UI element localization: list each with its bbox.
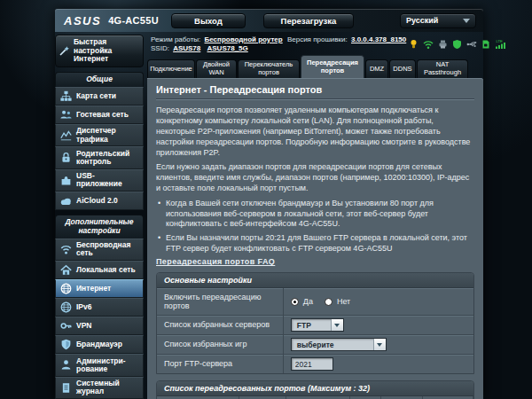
- intro-paragraph-2: Если нужно задать диапазон портов для пе…: [156, 162, 474, 194]
- ssid-link-24[interactable]: ASUS78: [173, 44, 200, 52]
- router-admin-app: ASUS 4G-AC55U Выход Перезагрузка Русский…: [55, 9, 483, 399]
- tab-dmz[interactable]: DMZ: [365, 59, 388, 78]
- lightbulb-icon[interactable]: [409, 39, 419, 50]
- sidebar-item-guest-network[interactable]: Гостевая сеть: [55, 106, 144, 124]
- sidebar-item-label: Родительский контроль: [76, 150, 140, 167]
- sidebar-item-label: VPN: [76, 322, 91, 330]
- sidebar-item-label: Администри- рование: [76, 357, 140, 374]
- sidebar-item-administration[interactable]: Администри- рование: [55, 354, 144, 376]
- person-icon: [60, 359, 72, 371]
- title-divider: [156, 98, 474, 100]
- famous-games-row: Список избранных игр выберите: [157, 335, 473, 355]
- sidebar-item-vpn[interactable]: VPN: [55, 317, 144, 335]
- sidebar-item-lan[interactable]: Локальная сеть: [55, 261, 144, 279]
- ftp-port-input[interactable]: [291, 357, 333, 371]
- sidebar-item-label: USB-приложение: [76, 172, 140, 189]
- shield-icon: [60, 339, 72, 350]
- tab-nat-passthrough[interactable]: NAT Passthrough: [417, 59, 468, 78]
- sidebar-item-ipv6[interactable]: IPv6: [55, 298, 144, 317]
- sidebar-item-traffic-manager[interactable]: Диспетчер трафика: [55, 124, 144, 146]
- radio-yes[interactable]: [291, 298, 299, 306]
- tab-connection[interactable]: Подключение: [147, 59, 195, 78]
- tab-ddns[interactable]: DDNS: [389, 59, 416, 78]
- famous-servers-value: FTP: [292, 319, 331, 331]
- famous-servers-row: Список избранных серверов FTP: [157, 316, 473, 335]
- faq-link[interactable]: Переадресация портов FAQ: [156, 257, 275, 266]
- sim-card-icon[interactable]: [481, 39, 490, 50]
- sidebar-item-label: Беспроводная сеть: [76, 241, 140, 258]
- famous-games-label: Список избранных игр: [157, 335, 284, 354]
- chevron-down-icon: [463, 19, 470, 23]
- chevron-down-icon: [373, 339, 386, 350]
- sidebar-item-usb-application[interactable]: USB-приложение: [55, 169, 144, 192]
- sidebar-item-label: Брандмауэр: [76, 340, 122, 348]
- reboot-button[interactable]: Перезагрузка: [263, 13, 354, 28]
- radio-yes-label[interactable]: Да: [303, 297, 313, 306]
- sidebar-item-system-log[interactable]: Системный журнал: [55, 377, 144, 399]
- guest-network-icon: [60, 109, 72, 121]
- lock-icon: [60, 152, 72, 163]
- status-text: Режим работы: Беспроводной роутер Версия…: [151, 35, 409, 52]
- ssid-link-5g[interactable]: ASUS78_5G: [207, 44, 248, 52]
- famous-servers-label: Список избранных серверов: [157, 316, 284, 334]
- warning-item: Когда в Вашей сети отключен брандмауэр и…: [158, 199, 474, 230]
- sidebar-item-network-map[interactable]: Карта сети: [55, 87, 144, 106]
- sidebar: Быстрая настройка Интернет Общие Карта с…: [55, 32, 144, 399]
- sidebar-item-label: AiCloud 2.0: [76, 197, 118, 205]
- puzzle-icon: [60, 175, 72, 186]
- warning-list: Когда в Вашей сети отключен брандмауэр и…: [158, 199, 474, 254]
- top-bar: ASUS 4G-AC55U Выход Перезагрузка Русский: [55, 9, 483, 32]
- sidebar-group-general: Общие: [55, 72, 144, 87]
- wifi-icon: [60, 244, 72, 255]
- sidebar-group-advanced: Дополнительные настройки: [55, 215, 144, 239]
- tab-dual-wan[interactable]: Двойной WAN: [196, 59, 237, 78]
- sidebar-item-label: Диспетчер трафика: [76, 127, 140, 144]
- famous-games-select[interactable]: выберите: [291, 338, 387, 351]
- sidebar-item-parental-control[interactable]: Родительский контроль: [55, 146, 144, 168]
- status-icons: LTE: [409, 38, 532, 50]
- asus-logo: ASUS: [64, 14, 101, 27]
- globe-icon: [60, 301, 72, 313]
- printer-icon[interactable]: [438, 39, 448, 50]
- firmware-link[interactable]: 3.0.0.4.378_8150: [351, 35, 406, 43]
- ssid-label: SSID:: [151, 44, 169, 52]
- globe-icon: [60, 283, 72, 294]
- page-title: Интернет - Переадресация портов: [156, 84, 474, 95]
- logout-button[interactable]: Выход: [171, 13, 246, 28]
- radio-no-label[interactable]: Нет: [337, 297, 350, 306]
- signal-lte-icon[interactable]: LTE: [495, 38, 507, 50]
- guard-shield-icon[interactable]: [452, 39, 462, 50]
- warning-item: Если Вы назначили порты 20:21 для Вашего…: [158, 233, 474, 254]
- cloud-icon: [60, 195, 72, 207]
- language-select[interactable]: Русский: [400, 13, 476, 28]
- port-forward-title: Список переадресованных портов (Максимум…: [157, 381, 473, 396]
- enable-forwarding-label: Включить переадресацию портов: [157, 288, 284, 315]
- magic-wand-icon: [59, 45, 70, 57]
- radio-no[interactable]: [325, 298, 332, 306]
- main-column: Режим работы: Беспроводной роутер Версия…: [144, 32, 483, 399]
- key-icon: [60, 320, 72, 332]
- sidebar-item-wireless[interactable]: Беспроводная сеть: [55, 239, 144, 261]
- ftp-port-row: Порт FTP-сервера: [157, 355, 473, 373]
- status-bar: Режим работы: Беспроводной роутер Версия…: [147, 32, 483, 54]
- wifi-status-icon[interactable]: [423, 39, 434, 50]
- sidebar-item-wan[interactable]: Интернет: [55, 279, 144, 298]
- tab-port-forwarding[interactable]: Переадресация портов: [301, 55, 364, 78]
- famous-servers-select[interactable]: FTP: [291, 318, 344, 332]
- document-icon: [60, 382, 72, 394]
- quick-setup-label: Быстрая настройка Интернет: [74, 38, 140, 64]
- sidebar-item-aicloud[interactable]: AiCloud 2.0: [55, 192, 144, 210]
- tab-port-trigger[interactable]: Переключатель портов: [238, 59, 300, 78]
- sidebar-item-label: IPv6: [76, 303, 92, 311]
- svg-text:LTE: LTE: [497, 38, 504, 43]
- sidebar-item-firewall[interactable]: Брандмауэр: [55, 335, 144, 354]
- traffic-chart-icon: [60, 129, 72, 141]
- sidebar-item-label: Интернет: [76, 285, 111, 293]
- language-value: Русский: [406, 16, 438, 25]
- intro-paragraph-1: Переадресация портов позволяет удаленным…: [156, 106, 474, 158]
- mode-link[interactable]: Беспроводной роутер: [205, 35, 283, 43]
- usb-status-icon[interactable]: [466, 39, 477, 50]
- port-forward-section: Список переадресованных портов (Максимум…: [156, 380, 474, 399]
- quick-setup-button[interactable]: Быстрая настройка Интернет: [55, 35, 144, 67]
- wan-tabs: Подключение Двойной WAN Переключатель по…: [147, 54, 483, 78]
